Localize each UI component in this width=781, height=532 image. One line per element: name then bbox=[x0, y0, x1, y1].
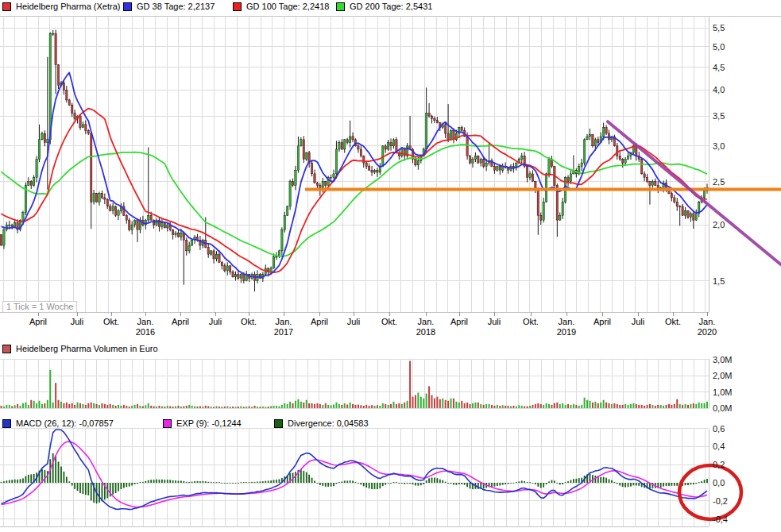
volume-bar bbox=[226, 407, 228, 408]
volume-bar bbox=[455, 402, 457, 408]
candle-body bbox=[368, 167, 369, 171]
macd-histogram-bar bbox=[314, 480, 315, 483]
volume-bar bbox=[407, 401, 408, 408]
month-label: Jan. bbox=[699, 317, 716, 326]
candle-body bbox=[91, 133, 92, 202]
macd-histogram-bar bbox=[79, 483, 81, 493]
candle-body bbox=[387, 143, 389, 149]
macd-histogram-bar bbox=[52, 453, 54, 483]
macd-histogram-bar bbox=[548, 481, 550, 483]
month-label: April bbox=[311, 317, 328, 326]
macd-histogram-bar bbox=[161, 480, 163, 483]
candle-body bbox=[676, 202, 678, 206]
candle-body bbox=[137, 220, 138, 229]
volume-bar bbox=[676, 399, 678, 408]
macd-histogram-bar bbox=[398, 483, 400, 484]
macd-histogram-bar bbox=[202, 481, 203, 483]
macd-histogram-bar bbox=[668, 483, 670, 486]
candle-body bbox=[270, 268, 272, 272]
volume-bar bbox=[369, 406, 370, 408]
candle-body bbox=[322, 182, 323, 188]
volume-bar bbox=[628, 405, 629, 408]
macd-histogram-bar bbox=[527, 482, 528, 483]
macd-histogram-bar bbox=[344, 480, 346, 483]
candle-body bbox=[472, 160, 474, 163]
candle-body bbox=[330, 178, 331, 179]
candle-body bbox=[482, 160, 484, 167]
volume-bar bbox=[434, 399, 435, 408]
volume-swatch bbox=[2, 345, 11, 353]
volume-bar bbox=[480, 404, 481, 408]
gd38-swatch bbox=[123, 2, 132, 11]
macd-histogram-bar bbox=[257, 482, 258, 483]
macd-histogram-bar bbox=[338, 482, 340, 483]
volume-bar bbox=[365, 405, 367, 408]
candle-body bbox=[99, 194, 100, 202]
macd-histogram-bar bbox=[628, 483, 629, 487]
volume-bar bbox=[221, 407, 222, 408]
macd-histogram-bar bbox=[412, 483, 414, 484]
candle-body bbox=[543, 202, 544, 220]
volume-bar bbox=[33, 401, 35, 408]
volume-bar bbox=[630, 404, 632, 408]
volume-bar bbox=[207, 407, 209, 408]
candle-body bbox=[581, 163, 582, 166]
volume-bar bbox=[96, 404, 98, 408]
macd-histogram-bar bbox=[121, 483, 122, 489]
candle-body bbox=[586, 137, 588, 140]
candle-body bbox=[447, 133, 449, 140]
candle-body bbox=[352, 137, 354, 140]
volume-bar bbox=[396, 404, 397, 408]
volume-bar bbox=[52, 403, 54, 408]
candle-body bbox=[300, 140, 302, 146]
candle-body bbox=[559, 215, 561, 220]
macd-histogram-bar bbox=[331, 483, 332, 487]
macd-histogram-bar bbox=[428, 478, 430, 483]
volume-bar bbox=[251, 407, 253, 408]
candle-body bbox=[289, 182, 291, 206]
downtrend-line bbox=[608, 121, 781, 264]
candle-body bbox=[469, 156, 470, 163]
macd-histogram-bar bbox=[150, 480, 152, 483]
candle-body bbox=[480, 160, 481, 163]
volume-legend: Heidelberg Pharma Volumen in Euro bbox=[0, 344, 781, 357]
volume-bar bbox=[273, 406, 275, 408]
volume-bar bbox=[641, 405, 643, 408]
macd-histogram-bar bbox=[148, 480, 149, 483]
volume-bar bbox=[423, 399, 424, 408]
volume-bar bbox=[49, 370, 51, 408]
candle-body bbox=[161, 223, 163, 227]
candle-body bbox=[82, 125, 83, 128]
volume-bar bbox=[91, 403, 92, 408]
macd-histogram-bar bbox=[417, 483, 419, 486]
volume-bar bbox=[464, 403, 466, 408]
volume-bar bbox=[77, 403, 79, 408]
macd-swatch bbox=[2, 419, 11, 428]
candle-body bbox=[292, 182, 293, 186]
candle-body bbox=[110, 206, 111, 211]
candle-body bbox=[273, 256, 274, 268]
candle-body bbox=[392, 140, 394, 146]
candle-body bbox=[112, 206, 114, 211]
macd-histogram-bar bbox=[11, 480, 13, 483]
volume-bar bbox=[619, 405, 621, 408]
price-axis-label: 5,0 bbox=[713, 42, 725, 52]
month-label: Juli bbox=[71, 317, 84, 326]
macd-histogram-bar bbox=[270, 480, 272, 483]
macd-histogram-bar bbox=[638, 483, 640, 486]
candle-body bbox=[126, 215, 127, 220]
volume-bar bbox=[311, 403, 313, 408]
volume-bar bbox=[404, 403, 405, 408]
macd-histogram-bar bbox=[385, 483, 386, 485]
volume-bar bbox=[698, 403, 700, 408]
candle-body bbox=[114, 206, 116, 215]
macd-histogram-bar bbox=[453, 483, 454, 485]
month-label: Juli bbox=[488, 317, 501, 326]
highlight-circle bbox=[679, 465, 741, 519]
macd-histogram-bar bbox=[685, 483, 686, 485]
candle-body bbox=[646, 178, 648, 182]
candle-body bbox=[74, 114, 75, 119]
volume-bar bbox=[137, 404, 138, 408]
volume-bar bbox=[211, 407, 212, 408]
macd-histogram-bar bbox=[423, 483, 424, 484]
